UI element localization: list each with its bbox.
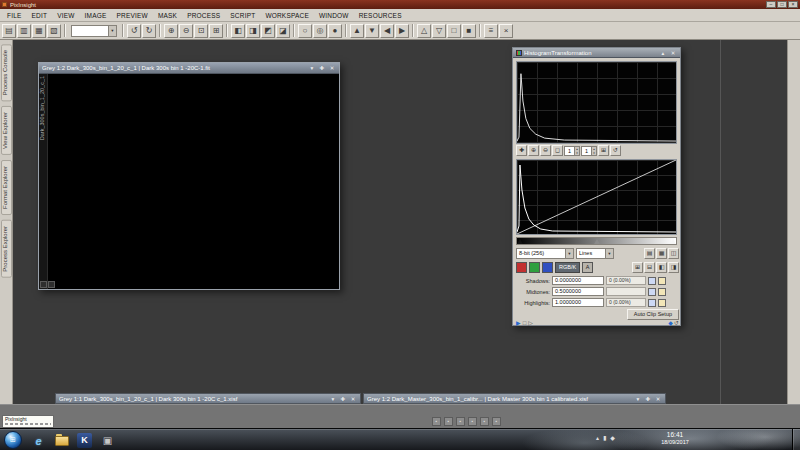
histogram-zoom-spin-4[interactable]: 1▴▾	[564, 146, 580, 156]
tray-icon-0[interactable]: ▴	[596, 435, 599, 441]
preview-delete-icon[interactable]: ▽	[432, 24, 446, 38]
channel-option-icon-3[interactable]: ◨	[668, 262, 679, 273]
tray-icon-1[interactable]: ▮	[603, 435, 606, 441]
close-icon[interactable]: ✕	[328, 64, 336, 72]
menu-view[interactable]: VIEW	[52, 12, 79, 19]
docked-window-2[interactable]: Grey 1:2 Dark_Master_300s_bin_1_calibr..…	[363, 393, 666, 404]
highlights-slider-handle[interactable]	[670, 239, 676, 244]
menu-resources[interactable]: RESOURCES	[354, 12, 407, 19]
green-channel-button[interactable]	[529, 262, 540, 273]
apply-global-icon[interactable]: ▷	[528, 320, 533, 327]
image-window-titlebar[interactable]: Grey 1:2 Dark_300s_bin_1_20_c_1 | Dark 3…	[39, 63, 339, 74]
shade-icon[interactable]: ▾	[308, 64, 316, 72]
zoom-out-icon[interactable]: ⊖	[179, 24, 193, 38]
graph-option-icon-0[interactable]: ▤	[644, 248, 655, 259]
show-desktop-button[interactable]	[792, 429, 800, 450]
midtones-input[interactable]: 0.5000000	[552, 287, 604, 296]
track-view-icon[interactable]: ◆	[668, 320, 673, 327]
shade-icon[interactable]: ▾	[634, 395, 642, 403]
taskbar-explorer-icon[interactable]	[53, 432, 70, 449]
pan-mode-icon[interactable]	[48, 281, 55, 288]
menu-workspace[interactable]: WORKSPACE	[260, 12, 314, 19]
new-icon[interactable]: ▤	[2, 24, 16, 38]
channel-option-icon-0[interactable]: ⊞	[632, 262, 643, 273]
zoom-icon[interactable]: ✚	[644, 395, 652, 403]
status-icon-3[interactable]: ▪	[468, 417, 477, 426]
auto-clip-setup-button[interactable]: Auto Clip Setup	[627, 309, 679, 320]
pan-mode-icon[interactable]: ■	[462, 24, 476, 38]
close-icon[interactable]: ✕	[349, 395, 357, 403]
zoom-out-icon[interactable]: ⊖	[540, 145, 551, 156]
nav-right-icon[interactable]: ▶	[395, 24, 409, 38]
open-icon[interactable]: ▥	[17, 24, 31, 38]
nav-left-icon[interactable]: ◀	[380, 24, 394, 38]
output-histogram-plot[interactable]	[516, 61, 677, 144]
maximize-button[interactable]: □	[777, 1, 787, 8]
blue-channel-button[interactable]	[542, 262, 553, 273]
menu-file[interactable]: FILE	[2, 12, 27, 19]
spin-down-icon[interactable]: ▾	[592, 151, 596, 155]
status-icon-2[interactable]: ▪	[456, 417, 465, 426]
readout-mean-icon[interactable]: ◎	[313, 24, 327, 38]
shadows-slider-handle[interactable]	[517, 239, 523, 244]
shade-icon[interactable]: ▴	[659, 49, 667, 57]
process-icons-icon[interactable]: ≡	[484, 24, 498, 38]
shadows-auto-button[interactable]	[648, 277, 656, 285]
input-histogram-plot[interactable]	[516, 159, 677, 235]
spin-arrows[interactable]: ▴▾	[591, 147, 596, 155]
channel-option-icon-1[interactable]: ⊟	[644, 262, 655, 273]
reset-icon[interactable]: ↺	[674, 320, 679, 327]
image-window[interactable]: Grey 1:2 Dark_300s_bin_1_20_c_1 | Dark 3…	[38, 62, 340, 290]
shadows-reset-button[interactable]	[658, 277, 666, 285]
chevron-down-icon[interactable]: ▾	[565, 249, 573, 258]
histogram-transformation-window[interactable]: HistogramTransformation ▴ ✕ ✚⊕⊖◻1▴▾1▴▾⊞↺…	[512, 47, 681, 326]
close-icon[interactable]: ✕	[669, 49, 677, 57]
sidebar-tab-process-explorer[interactable]: Process Explorer	[1, 220, 12, 278]
zoom-in-icon[interactable]: ⊕	[164, 24, 178, 38]
undo-icon[interactable]: ↺	[127, 24, 141, 38]
readout-black-icon[interactable]: ○	[298, 24, 312, 38]
histogram-zoom-spin-5[interactable]: 1▴▾	[581, 146, 597, 156]
docked-window-1[interactable]: Grey 1:1 Dark_300s_bin_1_20_c_1 | Dark 3…	[55, 393, 361, 404]
apply-icon[interactable]: □	[523, 320, 527, 327]
red-channel-button[interactable]	[516, 262, 527, 273]
save-icon[interactable]: ▦	[32, 24, 46, 38]
menu-image[interactable]: IMAGE	[80, 12, 112, 19]
nav-down-icon[interactable]: ▼	[365, 24, 379, 38]
zoom-icon[interactable]: ✚	[318, 64, 326, 72]
redo-icon[interactable]: ↻	[142, 24, 156, 38]
grid-icon[interactable]: ⊞	[598, 145, 609, 156]
status-icon-0[interactable]: ▪	[432, 417, 441, 426]
menu-preview[interactable]: PREVIEW	[112, 12, 153, 19]
zoom-in-icon[interactable]: ⊕	[528, 145, 539, 156]
menu-process[interactable]: PROCESS	[182, 12, 225, 19]
graph-option-icon-1[interactable]: ▦	[656, 248, 667, 259]
highlights-auto-button[interactable]	[648, 299, 656, 307]
spin-arrows[interactable]: ▴▾	[574, 147, 579, 155]
image-canvas[interactable]: Dark_300s_bin_1_20_c_1	[39, 74, 339, 289]
minimize-button[interactable]: –	[766, 1, 776, 8]
highlights-input[interactable]: 1.0000000	[552, 298, 604, 307]
tray-icon-2[interactable]: ◆	[610, 435, 615, 441]
taskbar-clock[interactable]: 16:41 18/09/2017	[650, 431, 700, 446]
zoom-mode-icon[interactable]	[40, 281, 47, 288]
chevron-down-icon[interactable]: ▾	[605, 249, 613, 258]
histogram-sliders[interactable]	[516, 237, 677, 245]
midtones-slider-handle[interactable]	[594, 239, 600, 244]
readout-white-icon[interactable]: ●	[328, 24, 342, 38]
graph-style-dropdown[interactable]: Lines ▾	[576, 248, 614, 259]
zoom-actual-icon[interactable]: ⊞	[209, 24, 223, 38]
menu-edit[interactable]: EDIT	[27, 12, 53, 19]
menu-mask[interactable]: MASK	[153, 12, 182, 19]
new-instance-icon[interactable]: ▶	[516, 320, 521, 327]
status-icon-5[interactable]: ▪	[492, 417, 501, 426]
close-icon[interactable]: ✕	[654, 395, 662, 403]
select-mode-icon[interactable]: □	[447, 24, 461, 38]
track-icon[interactable]: ✚	[516, 145, 527, 156]
chevron-down-icon[interactable]: ▾	[108, 26, 116, 36]
mask-invert-icon[interactable]: ◪	[276, 24, 290, 38]
menu-script[interactable]: SCRIPT	[225, 12, 260, 19]
preview-new-icon[interactable]: △	[417, 24, 431, 38]
zoom-reset-icon[interactable]: ◻	[552, 145, 563, 156]
midtones-reset-button[interactable]	[658, 288, 666, 296]
